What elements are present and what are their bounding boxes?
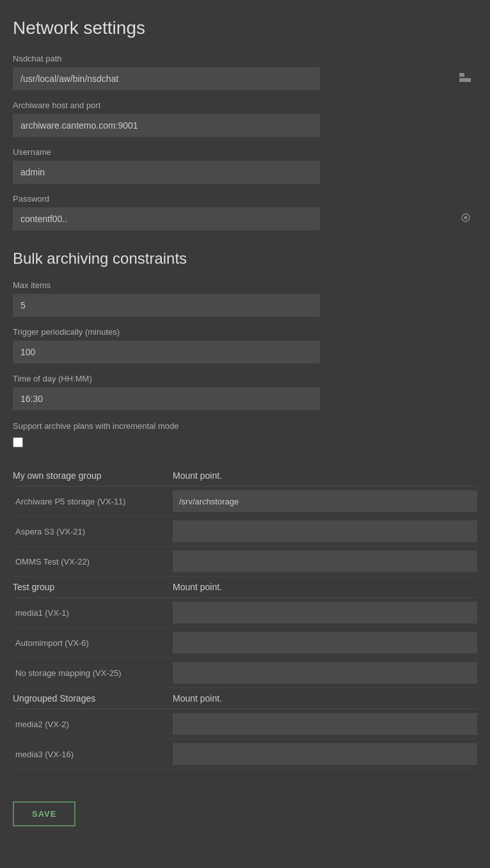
- storage-group-0: My own storage groupMount point.Archiwar…: [13, 465, 477, 577]
- username-field-group: Username: [13, 147, 477, 184]
- archiware-host-input[interactable]: [13, 114, 320, 137]
- time-field-group: Time of day (HH:MM): [13, 374, 477, 410]
- storage-mount-input-1-0[interactable]: [173, 602, 477, 623]
- trigger-input[interactable]: [13, 341, 320, 364]
- incremental-mode-checkbox[interactable]: [13, 437, 23, 447]
- username-input-wrapper: [13, 161, 477, 184]
- page-title: Network settings: [13, 18, 477, 38]
- archiware-host-field-group: Archiware host and port: [13, 100, 477, 137]
- storage-row-1-2: No storage mapping (VX-25): [13, 658, 477, 688]
- trigger-field-group: Trigger periodically (minutes): [13, 327, 477, 364]
- storage-item-name-1-2: No storage mapping (VX-25): [13, 668, 173, 678]
- storage-section: My own storage groupMount point.Archiwar…: [13, 465, 477, 769]
- bulk-constraints-section: Max items Trigger periodically (minutes)…: [13, 280, 477, 447]
- incremental-mode-checkbox-wrapper: [13, 437, 477, 447]
- storage-group-mount-label-2: Mount point.: [173, 693, 477, 703]
- storage-group-name-1: Test group: [13, 582, 173, 592]
- storage-group-2: Ungrouped StoragesMount point.media2 (VX…: [13, 688, 477, 769]
- storage-item-name-0-0: Archiware P5 storage (VX-11): [13, 497, 173, 506]
- storage-group-mount-label-1: Mount point.: [173, 582, 477, 592]
- storage-item-name-1-0: media1 (VX-1): [13, 608, 173, 618]
- storage-group-name-0: My own storage group: [13, 470, 173, 481]
- storage-mount-input-0-0[interactable]: [173, 490, 477, 512]
- svg-point-3: [464, 216, 468, 220]
- storage-group-header-0: My own storage groupMount point.: [13, 465, 477, 486]
- max-items-label: Max items: [13, 280, 477, 290]
- trigger-input-wrapper: [13, 341, 477, 364]
- storage-group-mount-label-0: Mount point.: [173, 470, 477, 481]
- storage-mount-input-1-2[interactable]: [173, 662, 477, 684]
- password-input-wrapper: [13, 207, 477, 230]
- storage-mount-input-0-1[interactable]: [173, 520, 477, 542]
- username-label: Username: [13, 147, 477, 157]
- storage-mount-input-2-1[interactable]: [173, 743, 477, 765]
- network-settings-section: Nsdchat path Archiware host and port Use…: [13, 54, 477, 230]
- save-button[interactable]: SAVE: [13, 801, 75, 826]
- storage-mount-input-0-2[interactable]: [173, 551, 477, 572]
- storage-row-0-0: Archiware P5 storage (VX-11): [13, 486, 477, 517]
- nsdchat-path-field-group: Nsdchat path: [13, 54, 477, 90]
- storage-group-header-2: Ungrouped StoragesMount point.: [13, 688, 477, 709]
- time-input[interactable]: [13, 387, 320, 410]
- svg-rect-1: [459, 78, 471, 82]
- storage-row-2-0: media2 (VX-2): [13, 709, 477, 739]
- storage-mount-input-1-1[interactable]: [173, 632, 477, 654]
- storage-item-name-0-1: Aspera S3 (VX-21): [13, 527, 173, 536]
- bulk-section-title: Bulk archiving constraints: [13, 250, 477, 268]
- storage-group-name-2: Ungrouped Storages: [13, 693, 173, 703]
- nsdchat-path-input[interactable]: [13, 67, 320, 90]
- storage-row-0-1: Aspera S3 (VX-21): [13, 517, 477, 547]
- max-items-field-group: Max items: [13, 280, 477, 317]
- storage-item-name-1-1: Automimport (VX-6): [13, 638, 173, 648]
- storage-row-0-2: OMMS Test (VX-22): [13, 547, 477, 577]
- archiware-host-label: Archiware host and port: [13, 100, 477, 110]
- storage-item-name-0-2: OMMS Test (VX-22): [13, 557, 173, 567]
- incremental-mode-field-group: Support archive plans with incremental m…: [13, 421, 477, 447]
- password-toggle-icon[interactable]: [461, 213, 471, 225]
- nsdchat-path-label: Nsdchat path: [13, 54, 477, 63]
- svg-rect-0: [459, 73, 464, 77]
- time-label: Time of day (HH:MM): [13, 374, 477, 383]
- save-button-wrapper: SAVE: [13, 795, 477, 826]
- storage-item-name-2-0: media2 (VX-2): [13, 719, 173, 729]
- file-browse-icon[interactable]: [459, 73, 471, 84]
- storage-row-2-1: media3 (VX-16): [13, 739, 477, 769]
- storage-row-1-0: media1 (VX-1): [13, 598, 477, 628]
- password-input[interactable]: [13, 207, 320, 230]
- storage-group-header-1: Test groupMount point.: [13, 577, 477, 598]
- max-items-input-wrapper: [13, 294, 477, 317]
- page-container: Network settings Nsdchat path Archiware …: [0, 0, 490, 852]
- password-field-group: Password: [13, 194, 477, 230]
- storage-mount-input-2-0[interactable]: [173, 713, 477, 735]
- time-input-wrapper: [13, 387, 477, 410]
- storage-group-1: Test groupMount point.media1 (VX-1)Autom…: [13, 577, 477, 688]
- username-input[interactable]: [13, 161, 320, 184]
- storage-row-1-1: Automimport (VX-6): [13, 628, 477, 658]
- password-label: Password: [13, 194, 477, 204]
- trigger-label: Trigger periodically (minutes): [13, 327, 477, 337]
- archiware-host-input-wrapper: [13, 114, 477, 137]
- storage-item-name-2-1: media3 (VX-16): [13, 750, 173, 759]
- max-items-input[interactable]: [13, 294, 320, 317]
- incremental-mode-label: Support archive plans with incremental m…: [13, 421, 477, 432]
- nsdchat-path-input-wrapper: [13, 67, 477, 90]
